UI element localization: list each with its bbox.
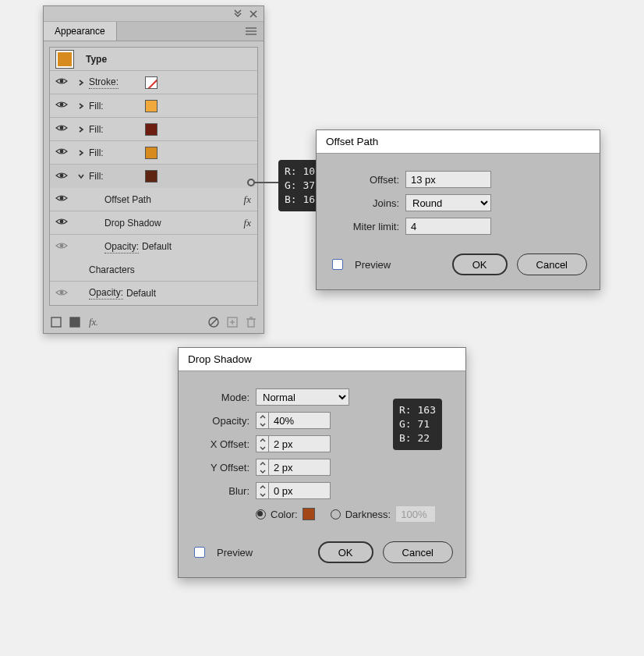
stroke-row[interactable]: Stroke:: [50, 71, 257, 94]
offset-input[interactable]: [405, 171, 491, 188]
clear-appearance-icon[interactable]: [207, 316, 220, 328]
duplicate-item-icon[interactable]: [226, 316, 239, 328]
chevron-down-icon[interactable]: [78, 171, 84, 182]
panel-menu-icon[interactable]: [239, 24, 264, 38]
panel-titlebar: [44, 6, 264, 22]
preview-checkbox[interactable]: [194, 547, 205, 558]
chevron-right-icon[interactable]: [78, 147, 84, 158]
opacity-value: Default: [126, 288, 156, 299]
stroke-swatch[interactable]: [145, 76, 157, 89]
dialog-title: Offset Path: [317, 130, 600, 154]
miter-limit-input[interactable]: [405, 218, 491, 235]
visibility-eye-icon[interactable]: [55, 217, 68, 229]
blur-input[interactable]: [268, 482, 331, 499]
appearance-panel: Appearance Type Stroke: Fill:Fill:Fill:F…: [43, 5, 264, 334]
fill-row[interactable]: Fill:: [50, 141, 257, 165]
appearance-list: Type Stroke: Fill:Fill:Fill:Fill: Offset…: [49, 47, 258, 306]
visibility-eye-icon[interactable]: [55, 100, 68, 112]
darkness-radio[interactable]: [331, 509, 341, 519]
fill-swatch-icon[interactable]: [69, 316, 81, 328]
no-fill-icon[interactable]: [50, 316, 62, 328]
color-radio-label: Color:: [271, 509, 298, 520]
dialog-title: Drop Shadow: [179, 348, 465, 371]
effect-label: Drop Shadow: [89, 218, 161, 229]
delete-item-icon[interactable]: [245, 316, 257, 328]
fill-label: Fill:: [89, 101, 104, 112]
collapse-icon[interactable]: [232, 9, 243, 20]
shadow-color-swatch[interactable]: [303, 508, 315, 520]
mode-label: Mode:: [191, 392, 249, 403]
visibility-eye-icon[interactable]: [55, 171, 68, 183]
chevron-right-icon[interactable]: [78, 77, 84, 88]
visibility-eye-icon[interactable]: [55, 76, 68, 88]
stroke-label: Stroke:: [89, 76, 119, 89]
ok-button[interactable]: OK: [318, 541, 373, 563]
blur-label: Blur:: [191, 485, 249, 497]
x-offset-input[interactable]: [268, 435, 331, 452]
svg-rect-15: [70, 317, 80, 327]
appearance-header-row: Type: [50, 48, 257, 71]
preview-label: Preview: [217, 547, 253, 558]
tab-appearance[interactable]: Appearance: [44, 22, 117, 41]
fill-row[interactable]: Fill:: [50, 165, 257, 188]
y-offset-input[interactable]: [268, 459, 331, 476]
type-thumbnail-swatch: [56, 51, 73, 68]
fill-swatch[interactable]: [145, 170, 157, 183]
visibility-eye-icon[interactable]: [55, 241, 68, 253]
ok-button[interactable]: OK: [452, 254, 508, 275]
visibility-eye-icon[interactable]: [55, 193, 68, 205]
cancel-button[interactable]: Cancel: [517, 254, 587, 275]
visibility-eye-icon[interactable]: [55, 288, 68, 300]
preview-checkbox[interactable]: [332, 259, 343, 270]
svg-point-9: [60, 173, 64, 177]
fill-label: Fill:: [89, 171, 104, 182]
drop-shadow-dialog: Drop Shadow Mode: Normal Opacity: X Offs…: [178, 347, 466, 578]
fx-menu-icon[interactable]: fx.: [87, 316, 100, 328]
svg-point-7: [60, 126, 64, 130]
svg-rect-22: [248, 319, 254, 327]
joins-label: Joins:: [329, 197, 399, 209]
opacity-input[interactable]: [268, 412, 331, 429]
svg-point-8: [60, 150, 64, 154]
fill-row[interactable]: Fill:: [50, 118, 257, 141]
object-opacity-row[interactable]: Opacity: Default: [50, 282, 257, 305]
fill-label: Fill:: [89, 124, 104, 135]
effect-row[interactable]: Drop Shadowfx: [50, 211, 257, 235]
callout-bullet: [247, 179, 255, 186]
color-radio[interactable]: [256, 509, 266, 519]
offset-label: Offset:: [329, 174, 399, 186]
visibility-eye-icon[interactable]: [55, 147, 68, 158]
appearance-list-area: Type Stroke: Fill:Fill:Fill:Fill: Offset…: [44, 41, 264, 311]
opacity-stepper[interactable]: [256, 412, 331, 429]
svg-point-12: [60, 243, 64, 247]
svg-rect-14: [51, 317, 61, 327]
joins-select[interactable]: Round: [405, 194, 491, 211]
mode-select[interactable]: Normal: [256, 388, 349, 406]
opacity-label: Opacity:: [191, 415, 249, 427]
darkness-input: [395, 505, 436, 523]
chevron-right-icon[interactable]: [78, 101, 84, 112]
rgb-tooltip-shadow: R: 163 G: 71 B: 22: [393, 399, 442, 450]
opacity-row[interactable]: Opacity:Default: [50, 235, 257, 258]
fill-row[interactable]: Fill:: [50, 94, 257, 118]
preview-label: Preview: [355, 259, 391, 271]
x-offset-stepper[interactable]: [256, 435, 331, 452]
effect-label: Offset Path: [89, 194, 151, 205]
fill-swatch[interactable]: [145, 147, 157, 159]
panel-tabbar: Appearance: [44, 22, 264, 41]
fill-swatch[interactable]: [145, 123, 157, 136]
fill-label: Fill:: [89, 147, 104, 158]
offset-path-dialog: Offset Path Offset: Joins: Round Miter l…: [316, 129, 600, 290]
characters-row[interactable]: Characters: [50, 258, 257, 282]
y-offset-stepper[interactable]: [256, 459, 331, 476]
fill-swatch[interactable]: [145, 100, 157, 112]
type-label: Type: [80, 54, 107, 65]
svg-point-5: [60, 80, 64, 83]
svg-point-10: [60, 197, 64, 200]
blur-stepper[interactable]: [256, 482, 331, 499]
chevron-right-icon[interactable]: [78, 124, 84, 135]
cancel-button[interactable]: Cancel: [383, 541, 453, 563]
effect-row[interactable]: Offset Pathfx: [50, 188, 257, 211]
close-icon[interactable]: [248, 9, 259, 20]
visibility-eye-icon[interactable]: [55, 123, 68, 135]
